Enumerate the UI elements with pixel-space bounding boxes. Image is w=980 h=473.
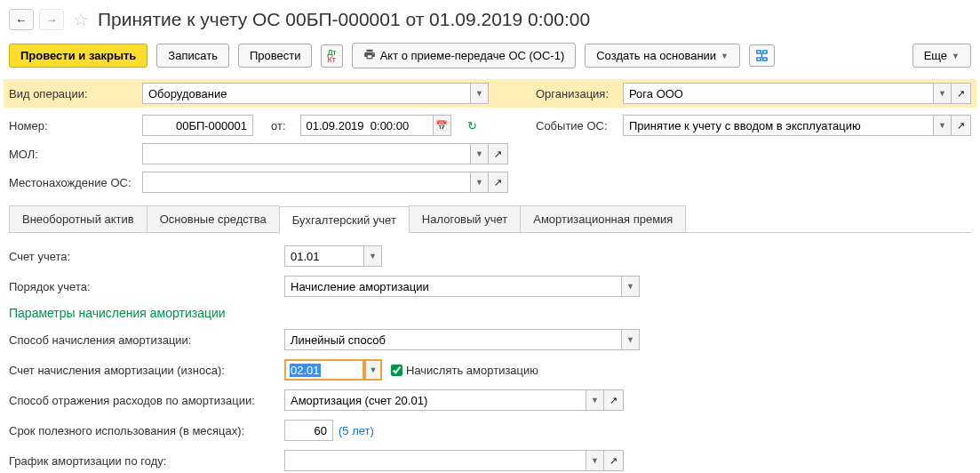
method-label: Способ начисления амортизации: xyxy=(9,333,284,347)
op-type-input[interactable] xyxy=(142,83,471,104)
event-open-button[interactable]: ↗ xyxy=(952,115,971,136)
more-button[interactable]: Еще ▼ xyxy=(912,44,971,68)
svg-rect-2 xyxy=(757,58,761,60)
event-dropdown-button[interactable]: ▼ xyxy=(934,115,952,136)
life-input[interactable] xyxy=(284,420,333,441)
expense-input[interactable] xyxy=(284,389,586,411)
svg-rect-0 xyxy=(757,51,761,53)
act-label: Акт о приеме-передаче ОС (ОС-1) xyxy=(380,49,565,62)
amort-acc-label: Счет начисления амортизации (износа): xyxy=(9,364,284,377)
event-label: Событие ОС: xyxy=(536,119,616,132)
org-input[interactable] xyxy=(623,83,934,104)
chevron-down-icon: ▼ xyxy=(952,52,960,60)
method-dropdown-button[interactable]: ▼ xyxy=(622,329,640,350)
svg-rect-3 xyxy=(763,58,767,60)
life-label: Срок полезного использования (в месяцах)… xyxy=(9,424,284,437)
page-title: Принятие к учету ОС 00БП-000001 от 01.09… xyxy=(98,9,590,30)
number-label: Номер: xyxy=(9,119,133,132)
tab-tax[interactable]: Налоговый учет xyxy=(409,205,520,232)
number-input[interactable] xyxy=(142,115,253,136)
schedule-dropdown-button[interactable]: ▼ xyxy=(586,450,604,471)
mol-input[interactable] xyxy=(142,143,471,164)
order-label: Порядок учета: xyxy=(9,280,284,293)
write-button[interactable]: Записать xyxy=(156,44,229,68)
amort-acc-dropdown-button[interactable]: ▼ xyxy=(364,359,382,381)
dtkt-icon: ДтКт xyxy=(327,49,336,63)
nav-back-button[interactable]: ← xyxy=(9,9,34,30)
op-type-dropdown-button[interactable]: ▼ xyxy=(471,83,489,104)
order-dropdown-button[interactable]: ▼ xyxy=(622,276,640,297)
expense-open-button[interactable]: ↗ xyxy=(604,389,624,411)
schedule-open-button[interactable]: ↗ xyxy=(604,450,624,471)
structure-button[interactable] xyxy=(749,44,775,67)
tab-accounting[interactable]: Бухгалтерский учет xyxy=(279,206,409,233)
expense-label: Способ отражения расходов по амортизации… xyxy=(9,394,284,407)
tabs-container: Внеоборотный актив Основные средства Бух… xyxy=(9,205,971,233)
schedule-input[interactable] xyxy=(284,450,586,471)
nav-forward-button: → xyxy=(39,9,64,30)
org-label: Организация: xyxy=(536,87,616,100)
date-label: от: xyxy=(271,119,286,132)
op-type-label: Вид операции: xyxy=(9,87,133,100)
tab-amort-bonus[interactable]: Амортизационная премия xyxy=(520,205,686,232)
tab-fixed-assets[interactable]: Основные средства xyxy=(147,205,279,232)
mol-open-button[interactable]: ↗ xyxy=(489,143,508,164)
account-label: Счет учета: xyxy=(9,250,284,263)
favorite-star-icon[interactable]: ☆ xyxy=(73,9,89,30)
loc-input[interactable] xyxy=(142,172,471,193)
dtkt-button[interactable]: ДтКт xyxy=(321,44,342,68)
calendar-icon[interactable]: 📅 xyxy=(434,115,451,136)
svg-rect-1 xyxy=(763,51,767,53)
amort-check-label: Начислять амортизацию xyxy=(406,364,538,377)
chevron-down-icon: ▼ xyxy=(721,52,729,60)
account-input[interactable] xyxy=(284,245,364,267)
schedule-label: График амортизации по году: xyxy=(9,454,284,468)
refresh-icon[interactable]: ↻ xyxy=(467,119,477,132)
loc-dropdown-button[interactable]: ▼ xyxy=(471,172,489,193)
printer-icon xyxy=(363,48,376,63)
act-print-button[interactable]: Акт о приеме-передаче ОС (ОС-1) xyxy=(352,43,577,68)
post-button[interactable]: Провести xyxy=(238,44,313,68)
loc-open-button[interactable]: ↗ xyxy=(489,172,508,193)
amort-section-title: Параметры начисления амортизации xyxy=(9,306,971,320)
structure-icon xyxy=(755,49,769,62)
life-hint: (5 лет) xyxy=(339,424,374,437)
account-dropdown-button[interactable]: ▼ xyxy=(364,245,382,267)
mol-label: МОЛ: xyxy=(9,148,133,161)
amort-checkbox[interactable] xyxy=(391,365,402,376)
loc-label: Местонахождение ОС: xyxy=(9,176,133,189)
order-input[interactable] xyxy=(284,276,622,297)
date-input[interactable] xyxy=(300,115,434,136)
org-dropdown-button[interactable]: ▼ xyxy=(934,83,952,104)
post-and-close-button[interactable]: Провести и закрыть xyxy=(9,44,147,68)
org-open-button[interactable]: ↗ xyxy=(952,83,971,104)
mol-dropdown-button[interactable]: ▼ xyxy=(471,143,489,164)
amort-acc-input[interactable]: 02.01 xyxy=(284,359,364,381)
create-based-button[interactable]: Создать на основании ▼ xyxy=(585,44,740,68)
method-input[interactable] xyxy=(284,329,622,350)
event-input[interactable] xyxy=(623,115,934,136)
expense-dropdown-button[interactable]: ▼ xyxy=(586,389,604,411)
tab-noncurrent-asset[interactable]: Внеоборотный актив xyxy=(9,205,147,232)
